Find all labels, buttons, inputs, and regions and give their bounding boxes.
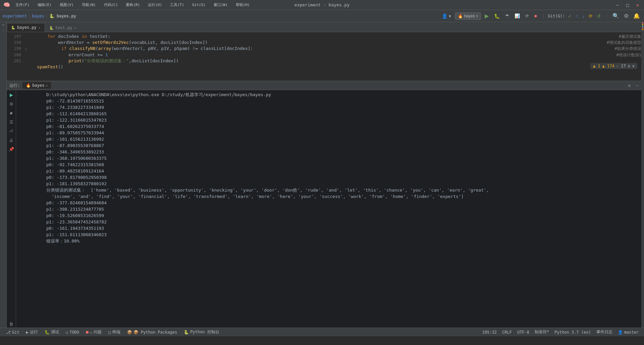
git-undo-button[interactable]: ↺ — [596, 13, 602, 19]
tab-bayes-py-close[interactable]: ✕ — [39, 26, 41, 29]
debug-tab-label: 调试 — [51, 329, 59, 335]
run-bottom-tab[interactable]: ▶ 运行 — [23, 328, 41, 336]
app-menu-view[interactable]: 视图(V) — [57, 1, 76, 8]
code-line-199: 199 ▷ if classifyNB(array(wordVector), p… — [7, 46, 641, 52]
title-bar: 🧠 文件(F) 编辑(E) 视图(V) 导航(N) 代码(C) 重构(R) 运行… — [0, 0, 644, 10]
line-content[interactable]: errorCount += 1 — [25, 52, 610, 58]
console-bottom-tab[interactable]: 🐍 Python 控制台 — [180, 328, 223, 336]
git-tab-label: Git — [12, 330, 19, 335]
line-content[interactable]: spamTest() — [25, 64, 641, 70]
run-settings-side-button[interactable]: ⚙ — [8, 100, 15, 108]
user-account[interactable]: 👤 master — [615, 328, 641, 336]
maximize-button[interactable]: □ — [625, 2, 631, 8]
terminal-line-3: p0: -112.61404213868165 — [16, 111, 639, 117]
todo-bottom-tab[interactable]: ☑ TODO — [62, 328, 83, 336]
run-list-button[interactable]: ☰ — [8, 119, 15, 126]
run-settings-button[interactable]: ⚙ — [628, 83, 631, 88]
expand-icon[interactable]: ∧ — [628, 64, 630, 68]
terminal-bottom-tab[interactable]: □ 终端 — [105, 328, 123, 336]
code-section: ▲ 1 ▲ 174 ✓ 17 ∧ ∨ 197 for docIndex in t… — [7, 32, 641, 81]
packages-bottom-tab[interactable]: 📦 📦 Python Packages — [124, 328, 181, 336]
info-count: 17 — [621, 64, 626, 68]
app-menu-edit[interactable]: 编辑(E) — [35, 1, 54, 8]
run-tab-icon-status: ▶ — [26, 330, 29, 335]
python-version[interactable]: Python 3.7 (ex) — [552, 328, 593, 336]
terminal-tab-label: 终端 — [112, 329, 120, 335]
coverage-button[interactable]: ☂ — [503, 12, 511, 19]
run-stop-button[interactable]: ■ — [8, 110, 15, 117]
search-button[interactable]: 🔍 — [611, 12, 621, 20]
line-content[interactable]: if classifyNB(array(wordVector), p0V, p1… — [29, 46, 608, 52]
app-menu-git[interactable]: Git(G) — [190, 2, 208, 8]
tab-test-py[interactable]: 🐍 test.py ✕ — [45, 23, 81, 32]
git-bottom-tab[interactable]: ⎇ Git — [3, 328, 23, 336]
app-menu-refactor[interactable]: 重构(R) — [123, 1, 143, 8]
tab-bayes-py[interactable]: 🐍 bayes.py ✕ — [7, 23, 45, 32]
git-label: Git(G): — [548, 14, 565, 18]
notifications-button[interactable]: 🔔 — [632, 12, 641, 20]
event-log[interactable]: 事件日志 — [594, 328, 615, 336]
app-menu-nav[interactable]: 导航(N) — [79, 1, 99, 8]
test-py-icon: 🐍 — [49, 26, 53, 30]
run-print-button[interactable]: 🖨 — [8, 137, 15, 144]
line-content[interactable]: print("分类错误的测试集：",docList[docIndex]) — [25, 58, 641, 64]
run-play-button[interactable]: ▶ — [8, 91, 15, 98]
profile-button[interactable]: 📊 — [513, 12, 522, 19]
breadcrumb-file: 🐍 bayes.py — [49, 14, 76, 18]
app-menu-file[interactable]: 文件(F) — [13, 1, 32, 8]
stop-button[interactable]: ■ — [533, 12, 539, 19]
reload-button[interactable]: ⟳ — [524, 12, 531, 19]
settings-button[interactable]: ⚙ — [623, 12, 630, 20]
line-endings[interactable]: CRLF — [499, 328, 515, 336]
terminal-line-12: p1: -89.48258109124164 — [16, 168, 639, 174]
bayes-py-icon: 🐍 — [11, 26, 15, 29]
indent-type[interactable]: 制表符* — [532, 328, 552, 336]
app-menu-help[interactable]: 帮助(H) — [233, 1, 253, 8]
user-button[interactable]: 👤 ▾ — [440, 13, 453, 19]
line-number: 198 — [7, 40, 25, 46]
run-tab-close[interactable]: ✕ — [46, 84, 48, 87]
run-config-button[interactable]: 🔥 bayes ▾ — [455, 12, 481, 20]
close-button[interactable]: ✕ — [635, 2, 641, 8]
issues-tab-label: 问题 — [94, 329, 102, 335]
run-tab-bayes[interactable]: 🔥 bayes ✕ — [22, 82, 51, 89]
git-check-button[interactable]: ✓ — [567, 13, 573, 19]
file-encoding[interactable]: UTF-8 — [515, 328, 532, 336]
terminal-line-19: p0: -161.1943734351193 — [16, 225, 639, 231]
breadcrumb-bayes[interactable]: bayes — [32, 14, 44, 18]
terminal-panel[interactable]: D:\study\python\ANACONDA\envs\ex\python.… — [16, 90, 641, 328]
app-menu-window[interactable]: 窗口(W) — [211, 1, 230, 8]
tab-test-py-close[interactable]: ✕ — [74, 26, 76, 30]
run-config-label: bayes — [464, 14, 475, 18]
git-pull-button[interactable]: ↓ — [581, 13, 586, 19]
terminal-command: D:\study\python\ANACONDA\envs\ex\python.… — [16, 91, 639, 98]
run-bar-minimize[interactable]: − — [636, 83, 639, 88]
main-content: 🐍 bayes.py ✕ 🐍 test.py ✕ ▲ 1 ▲ 174 ✓ 17 … — [7, 22, 641, 328]
line-content[interactable]: wordVector = setOfWords2Vec(vocabList, d… — [25, 40, 600, 46]
terminal-line-9: p0: -346.3496553892233 — [16, 149, 639, 155]
app-menu-tools[interactable]: 工具(T) — [167, 1, 187, 8]
run-wrap-button[interactable]: ⏎ — [8, 128, 15, 135]
line-content[interactable]: for docIndex in testSet: — [25, 33, 612, 40]
run-button[interactable]: ▶ — [483, 12, 490, 20]
debug-button[interactable]: 🐛 — [492, 12, 501, 20]
line-number: 199 — [7, 46, 25, 52]
minimize-button[interactable]: − — [614, 2, 621, 8]
fold-icon[interactable]: ▷ — [25, 46, 27, 52]
terminal-error-cont: 'income', 'and', 'find', 'your', 'financ… — [16, 193, 639, 200]
sidebar-bookmark-icon[interactable]: ☆ — [1, 28, 6, 32]
terminal-line-5: p0: -81.60262375033774 — [16, 123, 639, 130]
status-bar: ⎇ Git ▶ 运行 🐛 调试 ☑ TODO ⚠ 问题 □ 终端 📦 📦 Pyt… — [0, 328, 644, 336]
git-push-button[interactable]: ↑ — [575, 13, 579, 19]
collapse-icon[interactable]: ∨ — [632, 64, 635, 68]
git-refresh-button[interactable]: ⟳ — [588, 13, 594, 19]
run-trash-button[interactable]: 🗑 — [8, 321, 15, 328]
cursor-position[interactable]: 195:32 — [480, 328, 499, 336]
debug-bottom-tab[interactable]: 🐛 调试 — [41, 328, 62, 336]
app-menu-code[interactable]: 代码(C) — [101, 1, 121, 8]
breadcrumb-experiment[interactable]: experiment — [3, 14, 27, 18]
app-menu-run[interactable]: 运行(U) — [145, 1, 165, 8]
run-pin-button[interactable]: 📌 — [8, 146, 15, 153]
issues-bottom-tab[interactable]: ⚠ 问题 — [83, 328, 105, 336]
sidebar-structure-icon[interactable]: ≡ — [1, 23, 6, 26]
